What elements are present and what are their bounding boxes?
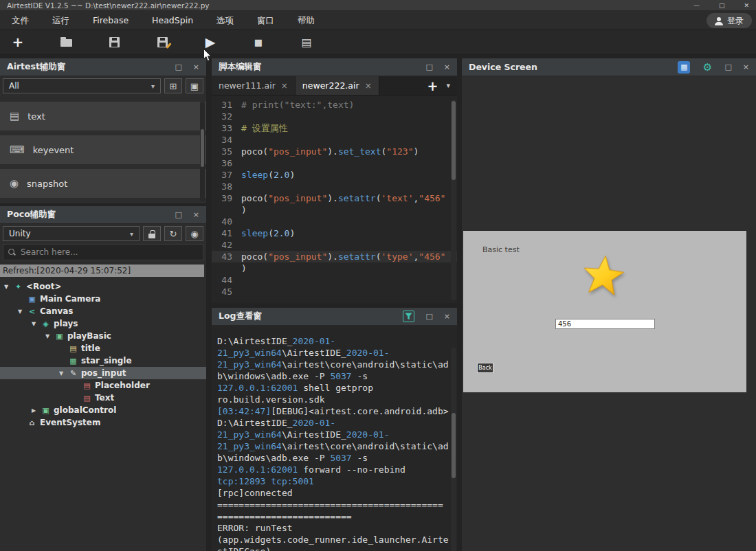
line-number: 32	[212, 111, 232, 122]
expander-icon[interactable]: ▼	[59, 370, 68, 376]
code-token: (	[268, 228, 274, 238]
code-token: )	[413, 146, 419, 157]
display-settings-button[interactable]: ▦	[678, 61, 690, 74]
code-line: 33# 设置属性	[212, 122, 457, 134]
expander-icon[interactable]: ▼	[18, 308, 27, 315]
airtest-item-snapshot[interactable]: ◉snapshot	[0, 169, 206, 198]
refresh-button[interactable]: ↻	[164, 226, 182, 241]
close-panel-icon[interactable]: ×	[444, 63, 450, 71]
tree-node-plays[interactable]: ▼◈plays	[0, 317, 206, 330]
save-script-button[interactable]	[106, 34, 122, 50]
log-line: [rpc]connected	[217, 487, 457, 499]
gear-icon: ⚙	[703, 61, 712, 74]
device-text-input[interactable]: 456	[555, 319, 655, 329]
code-line: 43poco("pos_input").setattr('type',"456"	[212, 251, 457, 262]
tree-node-globalcontrol[interactable]: ▶▣globalControl	[0, 404, 206, 416]
code-token: )	[289, 170, 295, 180]
log-segment: =========================	[217, 511, 352, 521]
log-line: D:\AirtestIDE_2020-01-	[217, 417, 457, 429]
insert-snippet-button[interactable]: ⊞	[164, 78, 182, 93]
menu-item-run[interactable]: 运行	[41, 11, 81, 30]
tab-label: newer222.air	[302, 80, 359, 91]
close-panel-icon[interactable]: ×	[193, 63, 199, 71]
code-text: )	[241, 204, 247, 216]
poco-mode-dropdown[interactable]: Unity ▾	[3, 226, 140, 241]
login-button[interactable]: 登录	[707, 13, 752, 28]
scrollbar-thumb[interactable]	[452, 413, 456, 478]
device-back-button[interactable]: Back	[477, 363, 493, 373]
float-panel-icon[interactable]: □	[175, 210, 181, 219]
maximize-button[interactable]: □	[719, 0, 725, 11]
run-script-button[interactable]: ▶	[202, 34, 219, 50]
open-script-button[interactable]	[58, 34, 74, 50]
float-panel-icon[interactable]: □	[175, 63, 181, 71]
menu-item-help[interactable]: 帮助	[286, 11, 326, 30]
expander-icon[interactable]: ▼	[32, 321, 41, 327]
log-filter-button[interactable]	[403, 311, 414, 322]
minimize-button[interactable]: —	[693, 0, 700, 11]
tree-node-eventsystem[interactable]: ⌂EventSystem	[0, 416, 206, 429]
float-panel-icon[interactable]: □	[724, 63, 731, 71]
device-app-label: Basic test	[482, 245, 520, 254]
log-segment: \AirtestIDE_	[282, 429, 346, 440]
stop-script-button[interactable]: ■	[250, 34, 267, 50]
line-number: 45	[212, 286, 232, 297]
refresh-status-bar[interactable]: Refresh:[2020-04-29 15:07:52]	[0, 265, 204, 277]
tree-node-label: EventSystem	[40, 418, 100, 427]
log-segment: 21_py3_win64	[217, 441, 282, 451]
scrollbar-thumb[interactable]	[452, 101, 456, 180]
float-panel-icon[interactable]: □	[425, 312, 432, 321]
code-token: ).	[327, 193, 338, 203]
search-input[interactable]	[21, 247, 198, 257]
tree-node-star-single[interactable]: ▦star_single	[0, 355, 206, 367]
airtest-item-text[interactable]: ▤text	[0, 102, 206, 131]
freeze-screen-button[interactable]: ◉	[186, 226, 203, 241]
device-tools-button[interactable]: ⚙	[701, 61, 713, 74]
code-editor[interactable]: 31# print("text:",text)3233# 设置属性3435poc…	[212, 95, 457, 303]
close-panel-icon[interactable]: ×	[193, 210, 199, 219]
device-screen-mirror[interactable]: Basic test 456 Back	[463, 231, 746, 392]
code-line: )	[212, 204, 457, 216]
tree-node-text[interactable]: ▤Text	[0, 392, 206, 404]
menu-item-file[interactable]: 文件	[0, 11, 41, 30]
close-panel-icon[interactable]: ×	[743, 63, 749, 71]
tree-node-playbasic[interactable]: ▼▣playBasic	[0, 330, 206, 342]
menu-item-window[interactable]: 窗口	[245, 11, 286, 30]
capture-button[interactable]: ▣	[186, 78, 203, 93]
scrollbar-thumb[interactable]	[201, 129, 204, 167]
expander-icon[interactable]: ▼	[45, 333, 54, 339]
code-line: 40	[212, 216, 457, 227]
tree-node-title[interactable]: ▤title	[0, 342, 206, 355]
airtest-item-keyevent[interactable]: ⌨keyevent	[0, 135, 206, 164]
open-log-button[interactable]: ▤	[298, 34, 315, 50]
code-line: 32	[212, 111, 457, 122]
script-editor-panel: 脚本编辑窗 □ × newer111.air×newer222.air× + ▾…	[212, 58, 457, 303]
close-button[interactable]: ✕	[744, 0, 749, 11]
menu-item-options[interactable]: 选项	[205, 11, 245, 30]
save-icon	[109, 37, 120, 47]
close-tab-icon[interactable]: ×	[281, 81, 288, 91]
save-as-script-button[interactable]	[154, 34, 170, 50]
menu-item-headspin[interactable]: HeadSpin	[140, 11, 205, 30]
lock-button[interactable]	[143, 226, 161, 241]
float-panel-icon[interactable]: □	[425, 63, 432, 71]
tree-node-canvas[interactable]: ▼<Canvas	[0, 305, 206, 317]
line-number: 31	[212, 99, 232, 111]
close-panel-icon[interactable]: ×	[444, 312, 450, 321]
tab-newer222[interactable]: newer222.air×	[296, 76, 379, 95]
expander-icon[interactable]: ▶	[32, 407, 41, 414]
tree-node-root[interactable]: ▼✦<Root>	[0, 280, 206, 293]
close-tab-icon[interactable]: ×	[365, 81, 372, 91]
tab-newer111[interactable]: newer111.air×	[212, 76, 296, 95]
tree-node-main-camera[interactable]: ▣Main Camera	[0, 293, 206, 305]
tree-node-placeholder[interactable]: ▤Placeholder	[0, 379, 206, 392]
tab-list-dropdown-icon[interactable]: ▾	[446, 81, 450, 90]
new-script-button[interactable]: +	[10, 34, 26, 50]
new-tab-button[interactable]: +	[427, 78, 438, 93]
log-line: 21_py3_win64\airtest\core\android\static…	[217, 359, 457, 370]
expander-icon[interactable]: ▼	[4, 284, 13, 290]
code-text: poco("pos_input").setattr('type',"456"	[241, 251, 445, 262]
menu-item-firebase[interactable]: Firebase	[81, 11, 140, 30]
airtest-filter-dropdown[interactable]: All ▾	[3, 78, 161, 93]
tree-node-pos-input[interactable]: ▼✎pos_input	[0, 367, 206, 379]
